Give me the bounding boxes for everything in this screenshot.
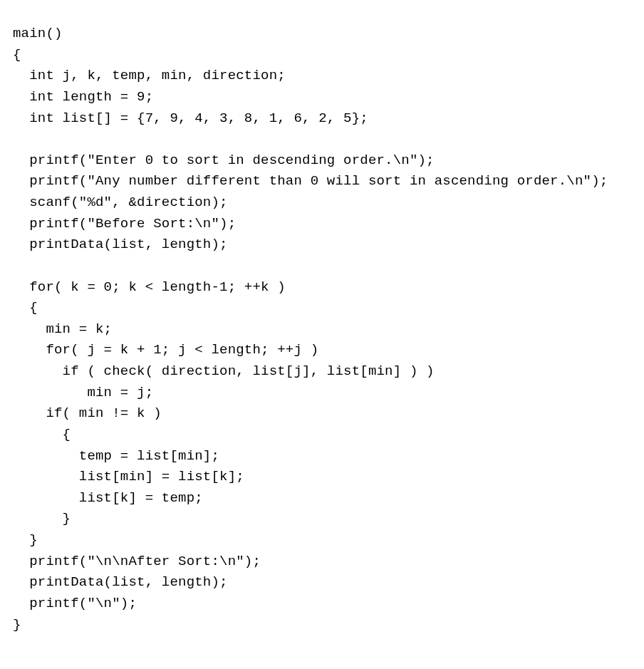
code-snippet: main() { int j, k, temp, min, direction;… — [0, 14, 644, 645]
